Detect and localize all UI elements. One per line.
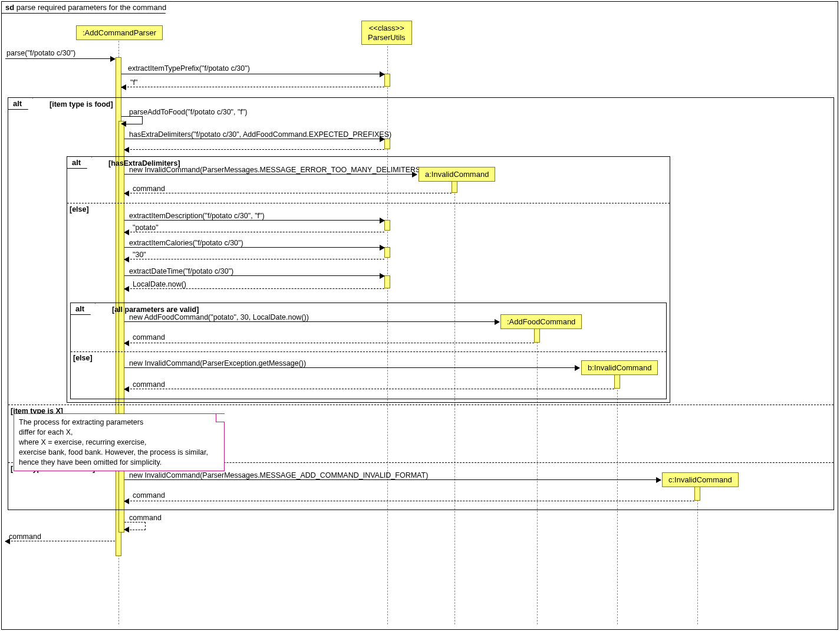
- self-return-command: [124, 522, 146, 530]
- msg-command-afc: command: [133, 333, 165, 341]
- arrow-potato: [124, 232, 384, 232]
- msg-extract-prefix: extractItemTypePrefix("f/potato c/30"): [128, 64, 250, 73]
- lifeline-b-invalid: b:InvalidCommand: [581, 360, 658, 375]
- msg-new-invalid-a: new InvalidCommand(ParserMessages.MESSAG…: [129, 166, 423, 174]
- arrow-command-c: [124, 501, 694, 501]
- lifeline-dash-c: [697, 485, 698, 625]
- arrow-has-extra-ret: [124, 149, 384, 150]
- arrow-command-out: [5, 541, 115, 541]
- msg-command-c: command: [133, 491, 165, 499]
- msg-new-invalid-c: new InvalidCommand(ParserMessages.MESSAG…: [129, 471, 428, 479]
- guard-params-valid: [all parameters are valid]: [112, 305, 199, 314]
- activation-utils-2: [384, 139, 390, 149]
- arrow-new-afc: [124, 321, 499, 322]
- guard-item-food: [item type is food]: [50, 100, 113, 109]
- arrow-30: [124, 259, 384, 259]
- activation-utils-1: [384, 74, 390, 87]
- lifeline-dash-a: [454, 179, 455, 625]
- msg-extract-desc: extractItemDescription("f/potato c/30", …: [129, 212, 265, 220]
- msg-parse: parse("f/potato c/30"): [6, 49, 75, 57]
- msg-has-extra: hasExtraDelimiters("f/potato c/30", AddF…: [129, 130, 391, 139]
- lifeline-dash-afc: [537, 327, 538, 625]
- msg-extract-cal: extractItemCalories("f/potato c/30"): [129, 239, 243, 247]
- frame-keyword: sd: [5, 3, 14, 12]
- arrow-new-invalid-a: [124, 174, 417, 175]
- msg-30: "30": [133, 251, 146, 259]
- self-call-parse-add-food: [121, 116, 143, 124]
- arrow-parse: [5, 58, 115, 59]
- msg-command-a: command: [133, 185, 165, 193]
- frame-title: parse required parameters for the comman…: [17, 3, 166, 12]
- lifeline-dash-b: [617, 372, 618, 625]
- alt-sep-outer-1: [8, 405, 834, 405]
- activation-utils-5: [384, 275, 390, 288]
- msg-return-f: "f": [130, 78, 137, 87]
- msg-command-self: command: [129, 514, 162, 522]
- lifeline-a-invalid: a:InvalidCommand: [419, 167, 495, 182]
- arrow-command-b: [124, 389, 614, 389]
- arrow-extract-cal: [124, 247, 384, 248]
- msg-localdate: LocalDate.now(): [133, 280, 186, 288]
- guard-else-2: [else]: [73, 354, 93, 362]
- msg-command-b: command: [133, 380, 165, 389]
- msg-new-afc: new AddFoodCommand("potato", 30, LocalDa…: [129, 313, 309, 321]
- lifeline-add-food-command: :AddFoodCommand: [500, 314, 582, 329]
- activation-a: [452, 181, 457, 193]
- alt-sep-params: [71, 351, 666, 352]
- alt-sep-inner-1: [67, 203, 670, 203]
- msg-potato: "potato": [133, 224, 159, 232]
- arrow-return-f: [121, 87, 384, 87]
- alt-label-outer: alt: [8, 97, 33, 110]
- lifeline-add-command-parser: :AddCommandParser: [76, 25, 163, 40]
- diagram-note: The process for extracting parameters di…: [14, 413, 225, 471]
- frame-label: sd parse required parameters for the com…: [1, 1, 174, 14]
- sequence-diagram-frame: sd parse required parameters for the com…: [1, 1, 838, 630]
- arrow-has-extra: [124, 139, 384, 139]
- guard-else-1: [else]: [70, 205, 89, 213]
- alt-label-params: alt: [70, 303, 95, 315]
- arrow-extract-desc: [124, 220, 384, 221]
- activation-utils-3: [384, 220, 390, 231]
- arrow-new-invalid-c: [124, 479, 661, 480]
- arrow-new-invalid-b: [124, 367, 579, 368]
- lifeline-c-invalid: c:InvalidCommand: [662, 472, 739, 487]
- msg-parse-add-food: parseAddToFood("f/potato c/30", "f"): [129, 108, 248, 116]
- activation-utils-4: [384, 247, 390, 258]
- msg-extract-dt: extractDateTime("f/potato c/30"): [129, 267, 233, 275]
- activation-c: [694, 487, 700, 501]
- arrow-extract-prefix: [121, 74, 384, 74]
- arrow-localdate: [124, 288, 384, 289]
- msg-command-out: command: [9, 533, 41, 541]
- arrow-command-a: [124, 193, 452, 193]
- activation-afc: [534, 328, 540, 343]
- msg-new-invalid-b: new InvalidCommand(ParserException.getMe…: [129, 359, 306, 367]
- arrow-command-afc: [124, 343, 534, 343]
- activation-b: [614, 374, 620, 389]
- alt-label-inner: alt: [67, 156, 92, 169]
- arrow-extract-dt: [124, 275, 384, 276]
- lifeline-parser-utils: <<class>> ParserUtils: [361, 21, 412, 45]
